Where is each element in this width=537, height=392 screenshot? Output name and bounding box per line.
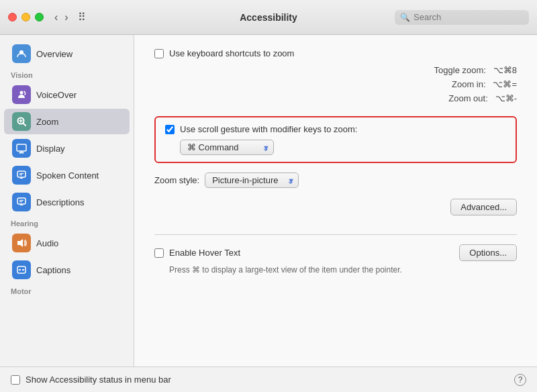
sidebar-item-display-label: Display	[36, 144, 65, 154]
sidebar-item-zoom[interactable]: Zoom	[4, 109, 130, 134]
svg-rect-9	[17, 171, 26, 177]
right-panel: Use keyboard shortcuts to zoom Toggle zo…	[134, 35, 537, 366]
sidebar-item-descriptions-label: Descriptions	[36, 197, 85, 207]
svg-line-3	[23, 124, 26, 126]
bottom-bar: Show Accessibility status in menu bar ?	[0, 366, 537, 392]
category-motor: Motor	[0, 283, 134, 297]
show-status-checkbox[interactable]	[11, 375, 20, 385]
descriptions-icon	[12, 193, 31, 211]
svg-rect-7	[19, 152, 23, 153]
keyboard-shortcuts-checkbox[interactable]	[154, 49, 164, 58]
svg-point-1	[20, 91, 23, 95]
sidebar-item-overview[interactable]: Overview	[4, 41, 130, 66]
divider	[154, 234, 517, 235]
sidebar-item-display[interactable]: Display	[4, 136, 130, 161]
sidebar-item-zoom-label: Zoom	[36, 117, 58, 127]
zoom-style-row: Zoom style: Picture-in-picture Full Scre…	[154, 173, 517, 188]
app-grid-icon[interactable]: ⠿	[78, 11, 86, 23]
zoom-icon	[12, 112, 31, 131]
zoom-style-select[interactable]: Picture-in-picture Full Screen	[205, 173, 299, 188]
advanced-button[interactable]: Advanced...	[450, 199, 517, 215]
hover-text-checkbox[interactable]	[154, 248, 164, 258]
category-vision: Vision	[0, 67, 134, 81]
sidebar-item-overview-label: Overview	[36, 49, 72, 59]
hover-text-label: Enable Hover Text	[169, 248, 240, 258]
svg-rect-17	[19, 269, 21, 271]
close-button[interactable]	[8, 13, 17, 21]
zoom-style-select-wrapper[interactable]: Picture-in-picture Full Screen ▼	[205, 173, 299, 188]
zoom-out-line: Zoom out: ⌥⌘-	[169, 92, 517, 106]
keyboard-shortcuts-row: Use keyboard shortcuts to zoom	[154, 48, 517, 58]
category-hearing: Hearing	[0, 215, 134, 230]
modifier-key-select[interactable]: ⌘ Command ^ Control ⌥ Option	[180, 140, 274, 155]
sidebar-item-spoken-content-label: Spoken Content	[36, 170, 99, 181]
hover-text-row: Enable Hover Text Options...	[154, 244, 517, 261]
forward-button[interactable]: ›	[62, 10, 70, 25]
display-icon	[12, 139, 31, 158]
minimize-button[interactable]	[21, 13, 30, 21]
nav-arrows: ‹ ›	[52, 10, 71, 25]
audio-icon	[12, 234, 31, 252]
options-button[interactable]: Options...	[459, 244, 517, 261]
scroll-gesture-label: Use scroll gesture with modifier keys to…	[180, 124, 357, 134]
zoom-style-label: Zoom style:	[154, 175, 199, 185]
sidebar-item-captions-label: Captions	[36, 265, 70, 275]
search-icon: 🔍	[400, 13, 410, 22]
show-status-row: Show Accessibility status in menu bar	[11, 375, 171, 385]
spoken-content-icon	[12, 166, 31, 185]
scroll-gesture-row: Use scroll gesture with modifier keys to…	[165, 124, 506, 134]
titlebar-title: Accessibility	[240, 12, 297, 23]
svg-rect-8	[19, 153, 24, 154]
scroll-gesture-checkbox[interactable]	[165, 125, 175, 134]
traffic-lights	[8, 13, 44, 21]
sidebar-item-descriptions[interactable]: Descriptions	[4, 189, 130, 215]
shortcut-info: Toggle zoom: ⌥⌘8 Zoom in: ⌥⌘= Zoom out: …	[169, 64, 517, 105]
sidebar-item-audio-label: Audio	[36, 238, 58, 248]
help-button[interactable]: ?	[514, 374, 526, 386]
sidebar: Overview Vision VoiceOver	[0, 35, 134, 366]
search-box[interactable]: 🔍	[395, 10, 529, 25]
voiceover-icon	[12, 85, 31, 104]
svg-rect-6	[17, 144, 26, 151]
main-content: Overview Vision VoiceOver	[0, 35, 537, 366]
toggle-zoom-line: Toggle zoom: ⌥⌘8	[169, 64, 517, 78]
titlebar: ‹ › ⠿ Accessibility 🔍	[0, 0, 537, 35]
sidebar-item-voiceover-label: VoiceOver	[36, 90, 77, 100]
svg-rect-12	[17, 198, 26, 204]
sidebar-item-audio[interactable]: Audio	[4, 230, 130, 256]
svg-rect-16	[17, 266, 26, 273]
keyboard-shortcuts-label: Use keyboard shortcuts to zoom	[169, 48, 294, 58]
zoom-in-line: Zoom in: ⌥⌘=	[169, 78, 517, 92]
advanced-button-row: Advanced...	[154, 199, 517, 225]
search-input[interactable]	[413, 12, 524, 22]
sidebar-item-voiceover[interactable]: VoiceOver	[4, 82, 130, 107]
captions-icon	[12, 260, 31, 279]
modifier-key-select-wrapper[interactable]: ⌘ Command ^ Control ⌥ Option ▼	[180, 140, 274, 155]
sidebar-item-spoken-content[interactable]: Spoken Content	[4, 162, 130, 188]
sidebar-item-captions[interactable]: Captions	[4, 257, 130, 283]
hover-text-desc: Press ⌘ to display a large-text view of …	[169, 265, 517, 275]
show-status-label: Show Accessibility status in menu bar	[26, 375, 171, 385]
maximize-button[interactable]	[35, 13, 44, 21]
modifier-key-dropdown-row: ⌘ Command ^ Control ⌥ Option ▼	[180, 140, 506, 155]
svg-marker-15	[17, 239, 23, 247]
keyboard-shortcuts-section: Use keyboard shortcuts to zoom Toggle zo…	[154, 48, 517, 105]
overview-icon	[12, 44, 31, 63]
back-button[interactable]: ‹	[52, 10, 60, 25]
scroll-gesture-highlight-box: Use scroll gesture with modifier keys to…	[154, 116, 517, 163]
svg-rect-18	[22, 269, 24, 271]
